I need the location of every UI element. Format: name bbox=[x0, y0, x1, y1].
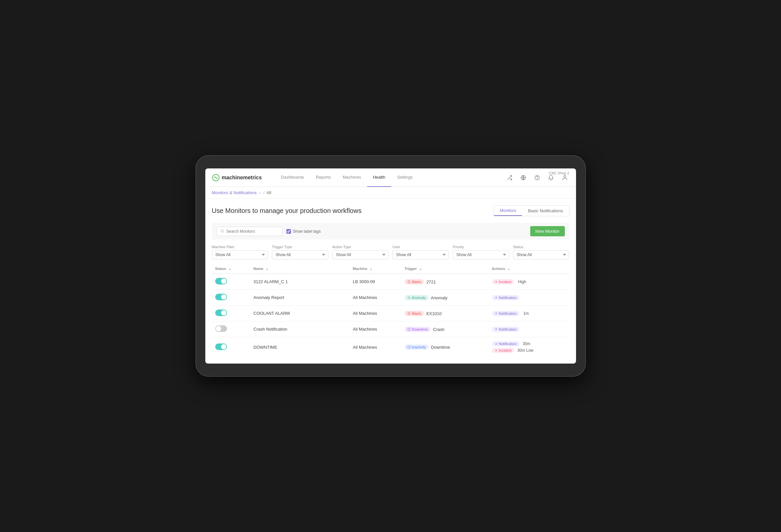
filter-action-select[interactable]: Show All bbox=[332, 250, 388, 259]
trigger-badge-alarm: Alarm bbox=[405, 279, 424, 284]
filter-action: Action Type Show All bbox=[332, 245, 388, 259]
row5-trigger: Inactivity Downtime bbox=[401, 337, 489, 357]
action-badge-notification: Notification bbox=[492, 295, 519, 300]
time-text: 30m bbox=[523, 341, 530, 346]
table-row: Crash Notification All Machines Downtime… bbox=[212, 321, 569, 337]
svg-point-7 bbox=[495, 297, 497, 298]
logo: machinemetrics bbox=[212, 174, 262, 181]
actions-cell: Incident High bbox=[492, 279, 566, 284]
filter-machine-select[interactable]: Show All bbox=[212, 250, 268, 259]
nav-machines[interactable]: Machines bbox=[337, 168, 367, 187]
filter-priority: Priority Show All bbox=[453, 245, 509, 259]
row2-status[interactable] bbox=[212, 290, 250, 305]
globe-icon[interactable] bbox=[519, 173, 528, 182]
col-name[interactable]: Name ▲ bbox=[250, 264, 349, 274]
row3-machine: All Machines bbox=[350, 305, 401, 321]
actions-multi: Notification 30m Incident 30m Lo bbox=[492, 341, 566, 353]
page-title: Use Monitors to manage your production w… bbox=[212, 207, 362, 214]
breadcrumb-parent[interactable]: Monitors & Notifications bbox=[212, 190, 262, 195]
new-monitor-button[interactable]: New Monitor bbox=[530, 226, 565, 236]
action-row: Incident 30m Low bbox=[492, 348, 566, 353]
svg-point-3 bbox=[537, 179, 537, 179]
nav-health[interactable]: Health bbox=[367, 168, 392, 187]
table-header-row: Status ▲ Name ▲ Machine ▲ Trigger bbox=[212, 264, 569, 274]
status-toggle-off[interactable] bbox=[215, 325, 227, 332]
row4-actions: Notification bbox=[489, 321, 569, 337]
col-machine[interactable]: Machine ▲ bbox=[350, 264, 401, 274]
status-toggle-on[interactable] bbox=[215, 278, 227, 284]
table-row: 3122 ALARM_C 1 LB 3000-09 Alarm 2721 bbox=[212, 274, 569, 290]
col-trigger[interactable]: Trigger ▲ bbox=[401, 264, 489, 274]
nav-dashboards[interactable]: Dashboards bbox=[275, 168, 310, 187]
breadcrumb-separator: / bbox=[263, 190, 264, 195]
tab-basic-notifications[interactable]: Basic Notifications bbox=[522, 206, 569, 216]
logo-text: machinemetrics bbox=[222, 175, 262, 180]
trigger-badge-downtime: Downtime bbox=[405, 327, 431, 332]
svg-point-8 bbox=[495, 313, 497, 314]
row2-machine: All Machines bbox=[350, 290, 401, 305]
sort-name-icon: ▲ bbox=[265, 267, 269, 271]
nav-reports[interactable]: Reports bbox=[310, 168, 337, 187]
trigger-badge-inactivity: Inactivity bbox=[405, 344, 429, 350]
row5-status[interactable] bbox=[212, 337, 250, 357]
show-label-tags-checkbox[interactable]: Show label tags bbox=[286, 229, 321, 234]
help-icon[interactable] bbox=[533, 173, 542, 182]
filter-trigger-label: Trigger Type bbox=[272, 245, 328, 249]
page-header: Use Monitors to manage your production w… bbox=[212, 205, 569, 216]
row4-status[interactable] bbox=[212, 321, 250, 337]
filter-priority-select[interactable]: Show All bbox=[453, 250, 509, 259]
table-row: COOLANT ALARM All Machines Alarm EX1010 bbox=[212, 305, 569, 321]
shop-name: CNC Shop 2 bbox=[549, 171, 569, 175]
status-toggle-on[interactable] bbox=[215, 310, 227, 316]
actions-cell: Notification bbox=[492, 327, 566, 332]
status-toggle-on[interactable] bbox=[215, 343, 227, 350]
row1-actions: Incident High bbox=[489, 274, 569, 290]
filter-machine: Machine Filter Show All bbox=[212, 245, 268, 259]
row3-status[interactable] bbox=[212, 305, 250, 321]
row2-name: Anomaly Report bbox=[250, 290, 349, 305]
nav-settings[interactable]: Settings bbox=[391, 168, 418, 187]
col-actions[interactable]: Actions ▲ bbox=[489, 264, 569, 274]
svg-point-12 bbox=[495, 343, 497, 344]
row4-name: Crash Notification bbox=[250, 321, 349, 337]
row1-status[interactable] bbox=[212, 274, 250, 290]
row2-trigger: Anomaly Anomaly bbox=[401, 290, 489, 305]
filter-status-select[interactable]: Show All bbox=[513, 250, 569, 259]
nav-links: Dashboards Reports Machines Health Setti… bbox=[275, 168, 504, 187]
action-badge-incident: Incident bbox=[492, 348, 515, 353]
search-icon bbox=[220, 229, 224, 234]
nav-bar: machinemetrics Dashboards Reports Machin… bbox=[205, 168, 576, 187]
status-toggle-on[interactable] bbox=[215, 294, 227, 300]
filters-row: Machine Filter Show All Trigger Type Sho… bbox=[212, 245, 569, 259]
filter-status: Status Show All bbox=[513, 245, 569, 259]
tab-monitors[interactable]: Monitors bbox=[494, 206, 522, 216]
filter-priority-label: Priority bbox=[453, 245, 509, 249]
trigger-badge-anomaly: Anomaly bbox=[405, 295, 429, 300]
action-row: Notification 30m bbox=[492, 341, 566, 346]
filter-user-select[interactable]: Show All bbox=[393, 250, 449, 259]
action-badge-notification: Notification bbox=[492, 327, 519, 332]
search-area: Show label tags bbox=[216, 227, 321, 236]
row1-trigger: Alarm 2721 bbox=[401, 274, 489, 290]
tablet-frame: machinemetrics Dashboards Reports Machin… bbox=[195, 155, 586, 377]
label-tags-check[interactable] bbox=[286, 229, 291, 234]
search-box[interactable] bbox=[216, 227, 282, 236]
search-input[interactable] bbox=[227, 229, 279, 234]
monitors-table: Status ▲ Name ▲ Machine ▲ Trigger bbox=[212, 264, 569, 357]
action-badge-notification: Notification bbox=[492, 311, 519, 316]
filter-action-label: Action Type bbox=[332, 245, 388, 249]
row4-trigger: Downtime Crash bbox=[401, 321, 489, 337]
row5-actions: Notification 30m Incident 30m Lo bbox=[489, 337, 569, 357]
breadcrumb-current: All bbox=[266, 190, 271, 195]
svg-rect-9 bbox=[408, 328, 410, 331]
table-row: DOWNTIME All Machines Inactivity Downtim… bbox=[212, 337, 569, 357]
svg-point-5 bbox=[221, 230, 223, 232]
svg-point-13 bbox=[495, 350, 497, 351]
filter-status-label: Status bbox=[513, 245, 569, 249]
filter-trigger-select[interactable]: Show All bbox=[272, 250, 328, 259]
action-badge-notification: Notification bbox=[492, 341, 519, 346]
priority-text: High bbox=[518, 280, 526, 284]
svg-point-10 bbox=[495, 329, 497, 330]
filter-user: User Show All bbox=[393, 245, 449, 259]
shuffle-icon[interactable] bbox=[505, 173, 514, 182]
